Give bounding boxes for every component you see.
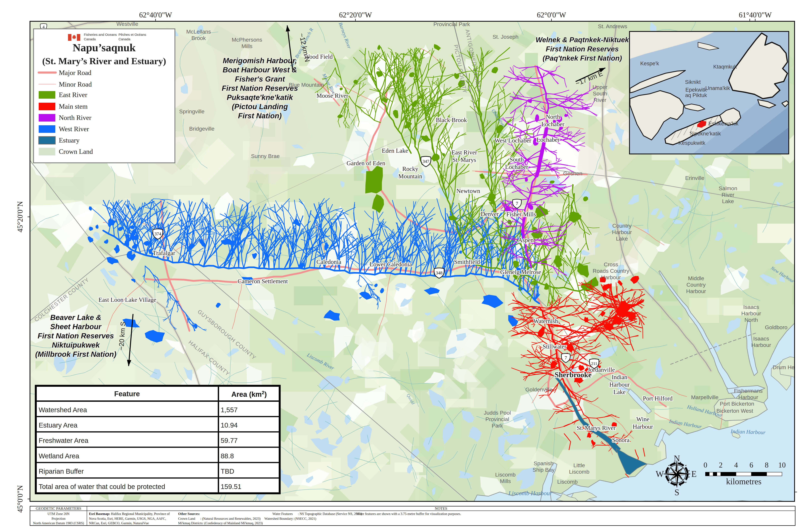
svg-text:East Loon Lake Village: East Loon Lake Village [98, 296, 156, 303]
svg-text:Little: Little [573, 462, 585, 468]
svg-text:Area (km2): Area (km2) [231, 390, 267, 398]
svg-text:Boat Harbour West &: Boat Harbour West & [223, 65, 297, 74]
svg-text:Caledonia: Caledonia [316, 259, 341, 265]
svg-text:South: South [510, 156, 524, 163]
svg-text:West River: West River [59, 125, 89, 133]
svg-text:E: E [691, 469, 697, 479]
svg-text:Siknikt: Siknikt [685, 79, 701, 85]
svg-text:Harbour: Harbour [738, 394, 758, 400]
svg-text:Glenelg Melrose: Glenelg Melrose [500, 269, 541, 276]
svg-text:Total area of water that could: Total area of water that could be protec… [39, 483, 165, 490]
svg-text:Trafalgar: Trafalgar [153, 250, 175, 256]
svg-text:Other Sources:: Other Sources: [178, 512, 200, 516]
svg-text:Indian Harbour: Indian Harbour [730, 428, 766, 435]
svg-text:62°20'0"W: 62°20'0"W [339, 11, 372, 19]
svg-text:Mills: Mills [242, 43, 252, 49]
svg-text:Sonora: Sonora [612, 437, 630, 443]
svg-text:Lower Caledonia: Lower Caledonia [370, 261, 412, 268]
svg-text:0: 0 [704, 461, 707, 469]
svg-text:Harbour: Harbour [751, 342, 771, 348]
svg-text:Provincial: Provincial [485, 416, 509, 422]
svg-text:River: River [594, 97, 606, 103]
svg-text:Moose River: Moose River [316, 92, 348, 99]
svg-text:Watershed Boundary: (NSECC, 20: Watershed Boundary: (NSECC, 2021) [264, 517, 316, 520]
svg-text:Freshwater Area: Freshwater Area [39, 437, 89, 444]
svg-text:Fisher Mills: Fisher Mills [506, 211, 536, 217]
svg-text:Goldboro: Goldboro [765, 324, 787, 330]
svg-text:First Nation): First Nation) [238, 112, 282, 120]
svg-text:Fishermans: Fishermans [734, 388, 763, 394]
svg-text:Harbour: Harbour [609, 381, 630, 388]
svg-text:374: 374 [154, 231, 161, 236]
svg-text:7: 7 [565, 355, 567, 360]
svg-text:10: 10 [778, 461, 786, 469]
svg-text:Ship Bay: Ship Bay [533, 467, 555, 473]
svg-text:Major Road: Major Road [59, 69, 91, 76]
svg-text:Roads Country: Roads Country [593, 268, 629, 274]
svg-text:88.8: 88.8 [221, 452, 234, 460]
svg-text:GEODETIC PARAMETERS: GEODETIC PARAMETERS [36, 506, 81, 511]
svg-text:Newtown: Newtown [456, 188, 480, 194]
svg-text:Lake: Lake [613, 388, 626, 395]
svg-text:Port Bickerton: Port Bickerton [720, 401, 754, 407]
svg-text:Eskikewa'kik: Eskikewa'kik [709, 120, 738, 127]
svg-text:Liscomb: Liscomb [557, 479, 578, 485]
svg-text:(St. Mary’s River and Estuary): (St. Mary’s River and Estuary) [42, 56, 166, 66]
svg-text:347: 347 [422, 159, 429, 164]
svg-text:East River: East River [452, 149, 477, 156]
svg-text:McLellans: McLellans [186, 28, 211, 35]
svg-text:River: River [722, 192, 734, 198]
svg-text:Goldenville: Goldenville [525, 386, 553, 393]
svg-text:10.94: 10.94 [221, 421, 237, 429]
svg-text:Westville: Westville [116, 21, 138, 27]
svg-text:UTM Zone 20N: UTM Zone 20N [47, 512, 70, 516]
svg-text:Salmon: Salmon [718, 185, 737, 191]
svg-text:Spanish: Spanish [534, 460, 554, 467]
svg-text:Cross: Cross [604, 261, 618, 267]
svg-text:Lochaber: Lochaber [536, 136, 560, 143]
svg-text:Springville: Springville [179, 108, 205, 114]
svg-text:159.51: 159.51 [221, 483, 241, 490]
svg-text:6: 6 [750, 461, 753, 469]
svg-text:St. Joseph: St. Joseph [493, 34, 519, 40]
svg-text:Lake: Lake [722, 198, 734, 204]
svg-text:First Nation Reserves: First Nation Reserves [38, 331, 114, 340]
svg-text:Lochaber: Lochaber [541, 121, 564, 128]
svg-text:7: 7 [516, 201, 518, 206]
svg-text:Watershed Area: Watershed Area [39, 406, 87, 414]
svg-text:Pêches et Océans: Pêches et Océans [118, 33, 146, 36]
svg-text:St. Marys River: St. Marys River [577, 424, 616, 431]
svg-text:NOTES: NOTES [435, 506, 447, 511]
svg-text:West Lochaber: West Lochaber [495, 137, 531, 144]
svg-text:Park: Park [492, 422, 503, 429]
svg-text:Stillwater: Stillwater [543, 343, 567, 350]
svg-text:Wine: Wine [636, 416, 650, 422]
svg-text:Upper: Upper [593, 84, 608, 90]
svg-text:Water features are shown with: Water features are shown with a 3.75-met… [356, 512, 461, 516]
svg-text:Black Brook: Black Brook [436, 117, 467, 123]
svg-text:St. Marys: St. Marys [452, 156, 476, 163]
svg-text:aq Piktuk: aq Piktuk [685, 92, 707, 98]
svg-text:McPhersons: McPhersons [232, 37, 262, 43]
svg-text:Lake: Lake [616, 235, 628, 242]
svg-text:Sheet Harbour: Sheet Harbour [50, 322, 102, 331]
svg-text:Harbour: Harbour [601, 274, 621, 280]
svg-text:Denver: Denver [481, 211, 499, 217]
svg-text:N: N [674, 454, 680, 463]
svg-text:Aspen: Aspen [518, 237, 534, 243]
svg-text:Puksaqte'kne'katik: Puksaqte'kne'katik [227, 93, 293, 101]
svg-text:Mills: Mills [500, 478, 511, 484]
svg-text:Esri Basemap: Halifax Regional: Esri Basemap: Halifax Regional Municipal… [89, 512, 170, 516]
svg-text:45°20'0"N: 45°20'0"N [16, 201, 24, 232]
svg-text:Lochaber: Lochaber [505, 164, 528, 170]
svg-text:Harbour: Harbour [612, 229, 632, 235]
svg-text:Sipekne'katik: Sipekne'katik [690, 131, 721, 136]
svg-text:NRCan, Esri, GEBCO, Garmin, Na: NRCan, Esri, GEBCO, Garmin, NaturalVue [89, 521, 149, 525]
svg-text:348: 348 [436, 270, 442, 276]
svg-text:62°0'0"W: 62°0'0"W [537, 11, 566, 19]
svg-text:4: 4 [734, 461, 738, 469]
svg-text:Middle: Middle [688, 275, 704, 281]
svg-text:Marpellville: Marpellville [691, 394, 718, 400]
svg-text:Canada: Canada [118, 37, 130, 41]
svg-text:Projection: Projection [52, 517, 65, 520]
